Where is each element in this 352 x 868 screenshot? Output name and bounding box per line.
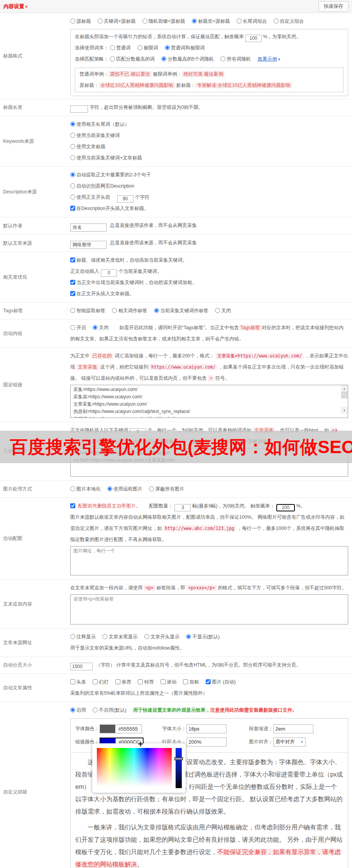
radio-innerlink-on[interactable]: 开启 — [70, 325, 86, 330]
radio-input[interactable] — [70, 144, 75, 149]
radio-input[interactable] — [70, 308, 75, 313]
checkbox-input[interactable] — [70, 206, 75, 211]
radio-strategy-top5[interactable]: 分数最高的5个词随机 — [161, 56, 213, 62]
chevron-double-down-icon[interactable]: » — [274, 58, 285, 60]
radio-title-custom[interactable]: 自定义组合 — [274, 19, 304, 24]
radio-input[interactable] — [144, 634, 149, 639]
radio-srcurl-footer[interactable]: 文章末尾显示 — [102, 634, 137, 640]
default-source-input[interactable] — [70, 241, 107, 249]
radio-lexicon-extreme[interactable]: 极限词 — [137, 45, 158, 51]
radio-input[interactable] — [70, 707, 75, 712]
radio-title-prefix-source[interactable]: 随机前缀+源标题 — [142, 19, 185, 24]
insert-keyword-count-input[interactable] — [101, 269, 117, 277]
checkbox-input[interactable] — [70, 503, 75, 508]
desc-char-count-input[interactable] — [117, 195, 134, 203]
radio-input[interactable] — [112, 308, 117, 313]
radio-input[interactable] — [110, 45, 115, 50]
radio-input[interactable] — [70, 486, 75, 491]
radio-input[interactable] — [110, 56, 115, 61]
checkbox-attr-special[interactable]: 特荐 — [138, 679, 154, 685]
checkbox-attr-scroll[interactable]: 滚动 — [161, 679, 176, 685]
indent-input[interactable] — [273, 724, 313, 733]
default-author-input[interactable] — [70, 223, 107, 232]
checkbox-input[interactable] — [115, 679, 120, 684]
image-url-textarea[interactable] — [70, 546, 348, 575]
radio-kw-current-plus-title[interactable]: 使用当前采集关键词+文章标题 — [70, 155, 142, 161]
title-length-input[interactable] — [70, 105, 88, 113]
checkbox-attr-headline[interactable]: 头条 — [70, 679, 86, 685]
radio-input[interactable] — [70, 19, 75, 24]
radio-input[interactable] — [70, 634, 75, 639]
radio-layout-enable[interactable]: 启用 — [70, 707, 86, 713]
scrollbar-thumb[interactable] — [341, 392, 347, 398]
radio-input[interactable] — [93, 325, 98, 330]
checkbox-input[interactable] — [138, 679, 143, 684]
radio-tags-smart[interactable]: 智能提取标签 — [70, 308, 105, 313]
image-count-input[interactable] — [174, 504, 191, 511]
radio-kw-longtail[interactable]: 使用相关长尾词（默认） — [70, 122, 130, 127]
radio-input[interactable] — [165, 45, 170, 50]
radio-title-source[interactable]: 源标题 — [70, 19, 91, 24]
radio-input[interactable] — [70, 122, 75, 127]
checkbox-input[interactable] — [70, 257, 75, 262]
radio-input[interactable] — [142, 19, 147, 24]
checkbox-input[interactable] — [161, 679, 166, 684]
radio-input[interactable] — [192, 19, 197, 24]
checkbox-input[interactable] — [70, 280, 75, 285]
radio-input[interactable] — [220, 56, 225, 61]
radio-strategy-best[interactable]: 匹配分数最高的词 — [110, 56, 155, 62]
checkbox-attr-bold[interactable]: 加粗 — [183, 679, 199, 685]
radio-title-keyword-source[interactable]: 关键词+源标题 — [98, 19, 135, 24]
radio-input[interactable] — [149, 486, 154, 491]
hue-slider-handle[interactable] — [174, 757, 183, 760]
radio-input[interactable] — [107, 486, 112, 491]
hue-slider[interactable] — [176, 748, 182, 788]
paging-size-input[interactable] — [70, 663, 93, 670]
radio-input[interactable] — [70, 325, 75, 330]
radio-srcurl-hidden[interactable]: 不显示(默认) — [186, 634, 220, 640]
radio-layout-disable[interactable]: 不启用(默认) — [93, 707, 126, 713]
radio-tags-related[interactable]: 相关词作标签 — [112, 308, 147, 313]
radio-input[interactable] — [186, 634, 191, 639]
radio-title-clickbait-source[interactable]: 标题党+源标题 — [192, 19, 230, 24]
radio-image-localize[interactable]: 图片本地化 — [70, 486, 101, 492]
checkbox-insert-title-head[interactable]: 在正文开头插入文章标题。 — [70, 291, 134, 296]
radio-input[interactable] — [70, 195, 75, 200]
radio-innerlink-off[interactable]: 关闭 — [93, 325, 108, 330]
radio-kw-article-title[interactable]: 使用文章标题 — [70, 144, 105, 149]
radio-tags-current-keyword[interactable]: 当前采集关键词作标签 — [154, 308, 208, 313]
line-height-input[interactable] — [186, 738, 227, 746]
radio-input[interactable] — [161, 56, 166, 61]
radio-input[interactable] — [70, 183, 75, 188]
radio-srcurl-comment[interactable]: 注释显示 — [70, 634, 96, 640]
checkbox-relevance-add-keyword[interactable]: 标题、描述相关度低时，自动添加当前采集关键词。 — [70, 257, 188, 263]
radio-input[interactable] — [237, 19, 242, 24]
radio-input[interactable] — [154, 308, 159, 313]
radio-strategy-random[interactable]: 所有词随机 — [220, 56, 251, 62]
radio-desc-original[interactable]: 自动识别原网页Description — [70, 183, 134, 189]
checkbox-input[interactable] — [70, 291, 75, 296]
radio-title-longtail[interactable]: 长尾词组合 — [237, 19, 267, 24]
checkbox-input[interactable] — [70, 679, 75, 684]
radio-input[interactable] — [70, 133, 75, 138]
scrollbar[interactable]: ▲ ▼ — [341, 386, 347, 413]
image-align-select[interactable]: 居中对齐 ∨ — [273, 738, 306, 746]
radio-kw-current[interactable]: 使用当前采集关键词 — [70, 133, 120, 138]
radio-srcurl-head[interactable]: 文章开头显示 — [144, 634, 179, 640]
radio-input[interactable] — [70, 155, 75, 160]
radio-input[interactable] — [102, 634, 107, 639]
append-content-textarea[interactable] — [70, 594, 348, 624]
radio-lexicon-normal[interactable]: 普通词 — [110, 45, 131, 51]
hue-gradient-bar[interactable] — [176, 748, 182, 788]
radio-input[interactable] — [70, 172, 75, 177]
checkbox-input[interactable] — [206, 679, 211, 684]
checkbox-attr-image[interactable]: 图片 (自动) — [206, 679, 236, 685]
checkbox-input[interactable] — [93, 679, 98, 684]
trigger-probability-input[interactable] — [245, 35, 262, 42]
radio-input[interactable] — [274, 19, 279, 24]
color-saturation-area[interactable] — [97, 748, 172, 788]
chevron-double-down-icon[interactable]: » — [24, 5, 29, 7]
font-color-swatch[interactable] — [100, 725, 115, 733]
radio-image-block[interactable]: 屏蔽所有图片 — [149, 486, 184, 492]
radio-input[interactable] — [98, 19, 103, 24]
